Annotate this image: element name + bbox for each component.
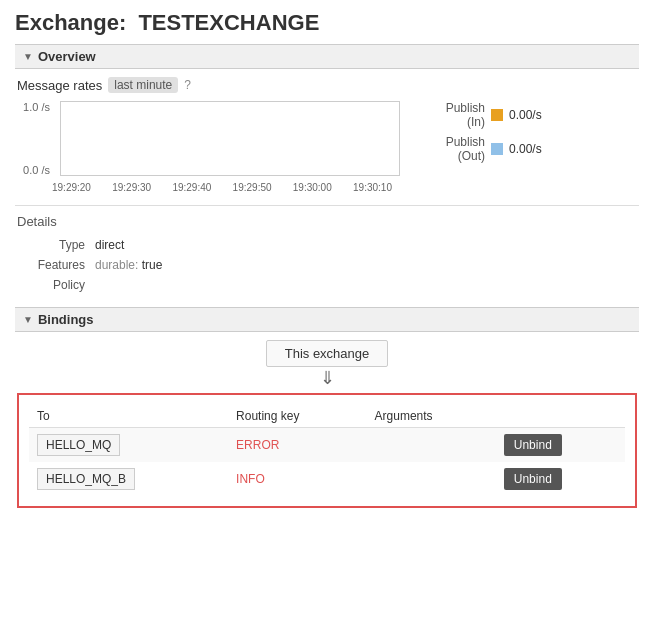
details-key-type: Type <box>15 238 95 252</box>
chart-canvas <box>60 101 400 176</box>
action-cell-1: Unbind <box>496 462 625 496</box>
legend-label-publish-in: Publish(In) <box>420 101 485 129</box>
table-header-row: To Routing key Arguments <box>29 405 625 428</box>
x-axis-labels: 19:29:20 19:29:30 19:29:40 19:29:50 19:3… <box>52 182 392 193</box>
bindings-section: ▼ Bindings This exchange ⇓ To Routing ke… <box>15 307 639 508</box>
bindings-label: Bindings <box>38 312 94 327</box>
chart-legend: Publish(In) 0.00/s Publish(Out) 0.00/s <box>420 101 542 163</box>
title-name: TESTEXCHANGE <box>138 10 319 35</box>
details-section: Details Type direct Features durable: tr… <box>15 214 639 295</box>
arguments-cell-1 <box>367 462 496 496</box>
col-header-routing-key: Routing key <box>228 405 367 428</box>
col-header-to: To <box>29 405 228 428</box>
details-row-policy: Policy <box>15 275 639 295</box>
queue-cell-1: HELLO_MQ_B <box>29 462 228 496</box>
details-val-type: direct <box>95 238 124 252</box>
overview-section-header: ▼ Overview <box>15 44 639 69</box>
chart-y-labels: 1.0 /s 0.0 /s <box>15 101 50 176</box>
routing-key-cell-0: ERROR <box>228 428 367 463</box>
x-label-1: 19:29:30 <box>112 182 151 193</box>
legend-value-publish-in: 0.00/s <box>509 108 542 122</box>
x-label-2: 19:29:40 <box>172 182 211 193</box>
arguments-cell-0 <box>367 428 496 463</box>
legend-color-publish-in <box>491 109 503 121</box>
time-filter-tag[interactable]: last minute <box>108 77 178 93</box>
message-rates-label: Message rates <box>17 78 102 93</box>
features-val-word: true <box>142 258 163 272</box>
y-axis-bottom: 0.0 /s <box>15 164 50 176</box>
legend-value-publish-out: 0.00/s <box>509 142 542 156</box>
legend-item-publish-out: Publish(Out) 0.00/s <box>420 135 542 163</box>
table-row: HELLO_MQ ERROR Unbind <box>29 428 625 463</box>
routing-key-cell-1: INFO <box>228 462 367 496</box>
legend-color-publish-out <box>491 143 503 155</box>
features-key-word: durable: <box>95 258 142 272</box>
details-key-policy: Policy <box>15 278 95 292</box>
bindings-box-wrapper: This exchange ⇓ <box>15 340 639 389</box>
details-row-type: Type direct <box>15 235 639 255</box>
queue-cell-0: HELLO_MQ <box>29 428 228 463</box>
action-cell-0: Unbind <box>496 428 625 463</box>
chart-area: 1.0 /s 0.0 /s Publish(In) 0.00/s Publish… <box>15 101 639 176</box>
queue-box-1: HELLO_MQ_B <box>37 468 135 490</box>
col-header-action <box>496 405 625 428</box>
bindings-collapse-icon[interactable]: ▼ <box>23 314 33 325</box>
bindings-table: To Routing key Arguments HELLO_MQ ERROR <box>29 405 625 496</box>
help-icon[interactable]: ? <box>184 78 191 92</box>
x-label-0: 19:29:20 <box>52 182 91 193</box>
unbind-button-1[interactable]: Unbind <box>504 468 562 490</box>
down-arrow-icon: ⇓ <box>320 369 335 387</box>
legend-item-publish-in: Publish(In) 0.00/s <box>420 101 542 129</box>
x-label-3: 19:29:50 <box>233 182 272 193</box>
bindings-table-container: To Routing key Arguments HELLO_MQ ERROR <box>17 393 637 508</box>
details-row-features: Features durable: true <box>15 255 639 275</box>
overview-label: Overview <box>38 49 96 64</box>
bindings-section-header: ▼ Bindings <box>15 307 639 332</box>
x-label-5: 19:30:10 <box>353 182 392 193</box>
table-row: HELLO_MQ_B INFO Unbind <box>29 462 625 496</box>
details-table: Type direct Features durable: true Polic… <box>15 235 639 295</box>
details-val-features: durable: true <box>95 258 162 272</box>
this-exchange-button[interactable]: This exchange <box>266 340 389 367</box>
details-title: Details <box>15 214 639 229</box>
title-prefix: Exchange: <box>15 10 126 35</box>
col-header-arguments: Arguments <box>367 405 496 428</box>
divider-1 <box>15 205 639 206</box>
unbind-button-0[interactable]: Unbind <box>504 434 562 456</box>
overview-collapse-icon[interactable]: ▼ <box>23 51 33 62</box>
page-title: Exchange: TESTEXCHANGE <box>15 10 639 36</box>
page-container: Exchange: TESTEXCHANGE ▼ Overview Messag… <box>0 0 654 518</box>
x-label-4: 19:30:00 <box>293 182 332 193</box>
details-key-features: Features <box>15 258 95 272</box>
queue-box-0: HELLO_MQ <box>37 434 120 456</box>
message-rates-row: Message rates last minute ? <box>15 77 639 93</box>
y-axis-top: 1.0 /s <box>15 101 50 113</box>
legend-label-publish-out: Publish(Out) <box>420 135 485 163</box>
